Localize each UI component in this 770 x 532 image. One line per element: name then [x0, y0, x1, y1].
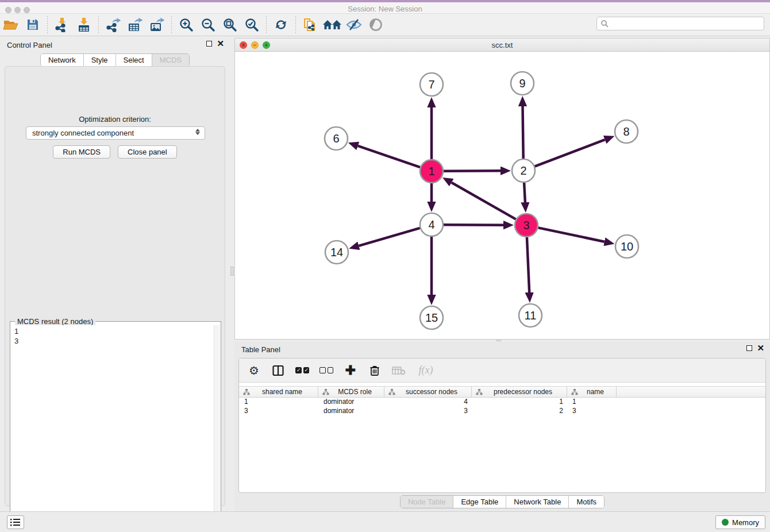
export-table-icon — [127, 17, 143, 32]
memory-status-icon — [722, 519, 729, 526]
open-session-button[interactable] — [1, 16, 21, 34]
table-settings-button[interactable]: ⚙ — [247, 364, 261, 377]
run-mcds-button[interactable]: Run MCDS — [53, 145, 110, 159]
edge-2-9[interactable] — [523, 106, 523, 159]
memory-button[interactable]: Memory — [715, 515, 765, 529]
close-panel-icon[interactable]: ✕ — [217, 41, 224, 47]
column-header-predecessor-nodes[interactable]: predecessor nodes — [472, 387, 567, 397]
export-table-button[interactable] — [125, 16, 145, 34]
zoom-in-icon — [179, 17, 194, 32]
tab-motifs[interactable]: Motifs — [569, 496, 604, 508]
edge-1-6[interactable] — [358, 146, 420, 167]
node-label: 8 — [623, 125, 629, 138]
zoom-fit-icon — [222, 17, 237, 32]
new-network-from-selection-button[interactable] — [301, 16, 320, 34]
apply-layout-button[interactable] — [271, 16, 291, 34]
node-14[interactable]: 14 — [325, 241, 348, 264]
node-11[interactable]: 11 — [519, 304, 542, 327]
column-header-MCDS-role[interactable]: MCDS role — [318, 387, 384, 397]
network-graph[interactable]: 7968124314101511 — [235, 52, 769, 339]
vertical-splitter-handle[interactable] — [230, 267, 234, 276]
deselect-all-button[interactable] — [319, 364, 333, 377]
edge-4-3[interactable] — [444, 225, 503, 225]
show-columns-button[interactable] — [271, 364, 285, 377]
tab-node-table[interactable]: Node Table — [401, 496, 454, 508]
optimization-criterion-select[interactable]: strongly connected component — [26, 126, 205, 140]
node-6[interactable]: 6 — [325, 127, 348, 150]
birds-eye-view-button[interactable] — [366, 16, 386, 34]
node-7[interactable]: 7 — [420, 73, 443, 96]
main-toolbar — [0, 13, 770, 36]
node-label: 2 — [520, 164, 526, 177]
table-toolbar: ⚙ ✚ — [239, 358, 765, 383]
create-column-button[interactable]: ✚ — [344, 364, 357, 377]
node-15[interactable]: 15 — [420, 306, 443, 329]
edge-3-1[interactable] — [452, 183, 516, 219]
tab-style[interactable]: Style — [84, 54, 116, 66]
close-table-panel-icon[interactable]: ✕ — [757, 345, 764, 351]
table-row[interactable]: 1dominator411 — [239, 398, 765, 407]
edge-3-10[interactable] — [538, 228, 605, 241]
node-8[interactable]: 8 — [615, 120, 638, 143]
tab-mcds[interactable]: MCDS — [152, 54, 189, 66]
column-header-shared-name[interactable]: shared name — [239, 387, 318, 397]
unchecked-box-icon — [328, 367, 334, 373]
zoom-out-button[interactable] — [198, 16, 218, 34]
column-header-successor-nodes[interactable]: successor nodes — [384, 387, 472, 397]
import-network-button[interactable] — [52, 16, 72, 34]
mcds-result-title: MCDS result (2 nodes) — [15, 317, 95, 326]
node-9[interactable]: 9 — [511, 72, 534, 95]
zoom-fit-button[interactable] — [220, 16, 240, 34]
export-image-button[interactable] — [147, 16, 167, 34]
select-all-button[interactable] — [295, 364, 309, 377]
export-network-button[interactable] — [103, 16, 123, 34]
edge-4-14[interactable] — [359, 228, 419, 246]
node-label: 3 — [523, 219, 529, 232]
search-field[interactable] — [596, 17, 764, 30]
node-10[interactable]: 10 — [615, 235, 638, 258]
delete-column-button[interactable] — [368, 364, 382, 377]
table-body: 1dominator4113dominator323 — [239, 398, 765, 416]
result-scrollbar[interactable] — [214, 325, 220, 532]
table-tabs: Node TableEdge TableNetwork TableMotifs — [400, 495, 605, 508]
node-4[interactable]: 4 — [420, 213, 443, 236]
save-session-button[interactable] — [23, 16, 43, 34]
import-table-button[interactable] — [74, 16, 94, 34]
hide-graphics-details-button[interactable] — [344, 16, 364, 34]
node-3[interactable]: 3 — [515, 214, 538, 237]
optimization-criterion-label: Optimization criterion: — [5, 115, 225, 124]
table-panel-title: Table Panel — [241, 345, 280, 354]
edge-2-8[interactable] — [535, 140, 605, 166]
edge-2-3[interactable] — [524, 183, 525, 202]
delete-table-icon — [392, 366, 406, 375]
zoom-in-button[interactable] — [176, 16, 196, 34]
delete-table-button[interactable] — [392, 364, 406, 377]
tab-edge-table[interactable]: Edge Table — [453, 496, 506, 508]
table-row[interactable]: 3dominator323 — [239, 407, 765, 416]
toolbar-separator — [98, 16, 99, 33]
export-image-icon — [149, 17, 165, 32]
mcds-result-text[interactable]: 1 3 — [11, 325, 213, 532]
table-header-row: shared nameMCDS rolesuccessor nodesprede… — [239, 386, 765, 398]
tab-network-table[interactable]: Network Table — [506, 496, 569, 508]
edge-1-2[interactable] — [444, 171, 500, 171]
float-table-panel-icon[interactable] — [746, 345, 752, 351]
node-label: 10 — [621, 240, 633, 253]
node-1[interactable]: 1 — [420, 160, 443, 183]
close-panel-button[interactable]: Close panel — [118, 145, 177, 159]
zoom-out-icon — [201, 17, 215, 32]
node-label: 7 — [428, 78, 434, 91]
column-header-name[interactable]: name — [567, 387, 617, 397]
function-builder-button[interactable]: f(x) — [416, 364, 436, 377]
tab-network[interactable]: Network — [41, 54, 84, 66]
network-window-titlebar[interactable]: × − + scc.txt — [235, 38, 769, 52]
home-button[interactable] — [322, 16, 342, 34]
zoom-selected-button[interactable] — [242, 16, 261, 34]
edge-3-11[interactable] — [527, 237, 529, 292]
node-2[interactable]: 2 — [512, 159, 535, 182]
show-task-history-button[interactable] — [7, 515, 24, 529]
table-cell: 3 — [239, 407, 318, 416]
search-input[interactable] — [611, 18, 764, 29]
tab-select[interactable]: Select — [116, 54, 152, 66]
float-panel-icon[interactable] — [206, 41, 212, 47]
